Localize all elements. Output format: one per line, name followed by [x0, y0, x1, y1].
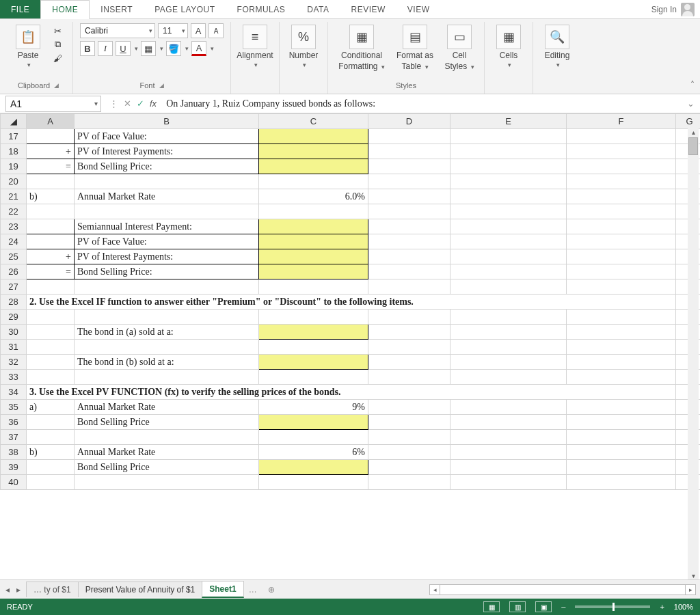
- sheet-tab-sheet1[interactable]: Sheet1: [202, 581, 243, 598]
- row-header[interactable]: 23: [1, 219, 27, 234]
- name-box[interactable]: A1: [5, 96, 101, 112]
- cell[interactable]: PV of Interest Payments:: [75, 249, 259, 264]
- col-header-C[interactable]: C: [259, 114, 368, 129]
- cell[interactable]: [259, 460, 368, 475]
- col-header-D[interactable]: D: [368, 114, 450, 129]
- col-header-F[interactable]: F: [567, 114, 676, 129]
- fx-icon[interactable]: fx: [150, 98, 157, 109]
- expand-formula-bar-icon[interactable]: ⌄: [682, 98, 700, 109]
- row-header[interactable]: 19: [1, 159, 27, 174]
- tab-page-layout[interactable]: PAGE LAYOUT: [144, 0, 226, 18]
- cell[interactable]: +: [27, 144, 75, 159]
- cell[interactable]: [259, 129, 368, 144]
- row-header[interactable]: 24: [1, 234, 27, 249]
- row-header[interactable]: 33: [1, 370, 27, 385]
- tab-home[interactable]: HOME: [40, 0, 90, 19]
- row-header[interactable]: 29: [1, 310, 27, 325]
- underline-button[interactable]: U: [116, 41, 131, 56]
- row-header[interactable]: 37: [1, 430, 27, 445]
- zoom-slider[interactable]: [575, 605, 650, 608]
- sheet-nav-prev-icon[interactable]: ◂: [5, 585, 10, 594]
- zoom-out-icon[interactable]: –: [561, 603, 565, 611]
- cell-styles-button[interactable]: ▭ Cell Styles ▾: [442, 23, 477, 71]
- paste-button[interactable]: 📋 Paste ▾: [11, 23, 45, 68]
- col-header-G[interactable]: G: [676, 114, 701, 129]
- cell[interactable]: PV of Face Value:: [75, 129, 259, 144]
- formula-menu-icon[interactable]: ⋮: [109, 98, 118, 109]
- cell[interactable]: [259, 159, 368, 174]
- cell[interactable]: a): [27, 400, 75, 415]
- format-painter-icon[interactable]: 🖌: [49, 52, 66, 64]
- tab-data[interactable]: DATA: [296, 0, 340, 18]
- cell[interactable]: [259, 415, 368, 430]
- cell[interactable]: Bond Selling Price: [75, 415, 259, 430]
- cell[interactable]: Bond Selling Price:: [75, 159, 259, 174]
- cell[interactable]: Bond Selling Price: [75, 460, 259, 475]
- cell[interactable]: Annual Market Rate: [75, 445, 259, 460]
- cell[interactable]: Annual Market Rate: [75, 400, 259, 415]
- tab-formulas[interactable]: FORMULAS: [226, 0, 297, 18]
- cell[interactable]: 2. Use the Excel IF function to answer e…: [27, 295, 676, 310]
- col-header-A[interactable]: A: [27, 114, 75, 129]
- cell[interactable]: 6.0%: [259, 189, 368, 204]
- shrink-font-icon[interactable]: A: [208, 23, 224, 38]
- row-header[interactable]: 28: [1, 295, 27, 310]
- sheet-tabs-more[interactable]: …: [243, 585, 262, 594]
- horizontal-scrollbar[interactable]: ◂▸: [280, 584, 700, 595]
- row-header[interactable]: 30: [1, 325, 27, 340]
- zoom-in-icon[interactable]: +: [660, 603, 664, 611]
- borders-icon[interactable]: ▦: [141, 41, 156, 56]
- sheet-nav-next-icon[interactable]: ▸: [16, 585, 21, 594]
- cell[interactable]: Semiannual Interest Payment:: [75, 219, 259, 234]
- row-header[interactable]: 32: [1, 355, 27, 370]
- cell[interactable]: =: [27, 159, 75, 174]
- font-launcher-icon[interactable]: ◢: [159, 82, 164, 89]
- row-header[interactable]: 35: [1, 400, 27, 415]
- cell[interactable]: Annual Market Rate: [75, 189, 259, 204]
- cancel-icon[interactable]: ✕: [124, 98, 131, 109]
- col-header-E[interactable]: E: [450, 114, 567, 129]
- cell[interactable]: PV of Face Value:: [75, 234, 259, 249]
- row-header[interactable]: 34: [1, 385, 27, 400]
- cell[interactable]: +: [27, 249, 75, 264]
- fill-color-icon[interactable]: 🪣: [166, 41, 181, 56]
- row-header[interactable]: 22: [1, 204, 27, 219]
- cell[interactable]: 9%: [259, 400, 368, 415]
- cell[interactable]: [259, 144, 368, 159]
- cell[interactable]: The bond in (a) sold at a:: [75, 325, 259, 340]
- tab-file[interactable]: FILE: [0, 0, 40, 18]
- vertical-scrollbar[interactable]: ▴▾: [688, 128, 699, 579]
- editing-button[interactable]: 🔍 Editing ▾: [540, 23, 574, 68]
- select-all-corner[interactable]: ◢: [1, 114, 27, 129]
- clipboard-launcher-icon[interactable]: ◢: [54, 82, 59, 89]
- cell[interactable]: b): [27, 189, 75, 204]
- font-size-combo[interactable]: 11: [158, 23, 188, 38]
- cell[interactable]: 3. Use the Excel PV FUNCTION (fx) to ver…: [27, 385, 676, 400]
- tab-view[interactable]: VIEW: [396, 0, 441, 18]
- row-header[interactable]: 36: [1, 415, 27, 430]
- cell[interactable]: =: [27, 264, 75, 279]
- row-header[interactable]: 39: [1, 460, 27, 475]
- number-button[interactable]: % Number ▾: [286, 23, 321, 68]
- collapse-ribbon-icon[interactable]: ˄: [690, 80, 695, 90]
- font-family-combo[interactable]: Calibri: [80, 23, 155, 38]
- zoom-level[interactable]: 100%: [674, 603, 693, 611]
- conditional-formatting-button[interactable]: ▦ Conditional Formatting ▾: [335, 23, 388, 71]
- copy-icon[interactable]: ⧉: [49, 38, 66, 51]
- cell[interactable]: The bond in (b) sold at a:: [75, 355, 259, 370]
- sheet-tab-pv-annuity[interactable]: Present Value of Annuity of $1: [78, 582, 203, 597]
- tab-review[interactable]: REVIEW: [340, 0, 396, 18]
- row-header[interactable]: 17: [1, 129, 27, 144]
- sign-in[interactable]: Sign In: [646, 0, 700, 18]
- cell[interactable]: 6%: [259, 445, 368, 460]
- row-header[interactable]: 26: [1, 264, 27, 279]
- font-color-icon[interactable]: A: [191, 41, 206, 56]
- row-header[interactable]: 18: [1, 144, 27, 159]
- cell[interactable]: [259, 219, 368, 234]
- cell[interactable]: [259, 264, 368, 279]
- row-header[interactable]: 27: [1, 279, 27, 295]
- cell[interactable]: [259, 355, 368, 370]
- row-header[interactable]: 20: [1, 174, 27, 189]
- row-header[interactable]: 25: [1, 249, 27, 264]
- new-sheet-icon[interactable]: ⊕: [262, 585, 280, 594]
